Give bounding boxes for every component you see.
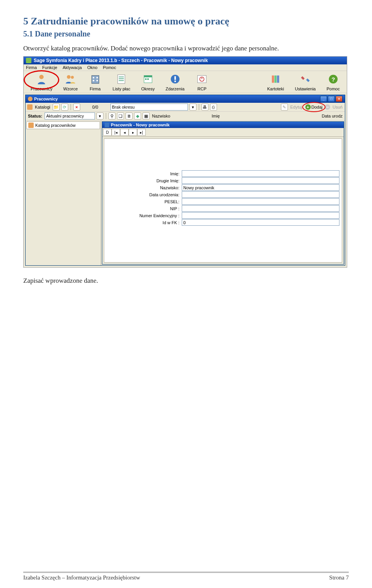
toolbar-label: Pracownicy	[31, 86, 52, 91]
minimize-button[interactable]: _	[320, 96, 327, 102]
menu-okno[interactable]: Okno	[87, 65, 97, 70]
nip-label: NIP :	[104, 206, 182, 211]
nav-first-button[interactable]: |◂	[112, 129, 120, 136]
app-icon	[26, 58, 31, 63]
pracownicy-body: Katalog pracowników Pracownik - Nowy pra…	[26, 121, 345, 265]
form-icon	[105, 123, 109, 127]
pesel-input[interactable]	[182, 198, 339, 205]
data-urodzenia-input[interactable]	[182, 191, 339, 198]
svg-text:?: ?	[331, 76, 335, 83]
export-icon[interactable]: ⎙	[210, 104, 217, 111]
imie-input[interactable]	[182, 170, 339, 177]
window-title: Sage Symfonia Kadry i Płace 2013.1.b - S…	[34, 58, 208, 63]
svg-rect-18	[174, 81, 176, 82]
page-footer: Izabela Szczęch – Informatyzacja Przedsi…	[23, 572, 349, 581]
toolbar-rcp[interactable]: RCP	[190, 72, 214, 92]
nazwisko-header: Nazwisko	[151, 114, 209, 118]
menu-pomoc[interactable]: Pomoc	[103, 65, 116, 70]
building-icon	[89, 73, 102, 86]
katalogi-label[interactable]: Katalogi	[34, 105, 51, 109]
doc-icon[interactable]: 🗎	[126, 112, 133, 119]
svg-rect-13	[144, 76, 152, 78]
pesel-label: PESEL:	[104, 199, 182, 204]
toolbar-label: Wzorce	[63, 86, 78, 91]
drugie-imie-input[interactable]	[182, 177, 339, 184]
edytuj-label[interactable]: Edytuj	[289, 105, 303, 109]
toolbar-label: Zdarzenia	[165, 86, 184, 91]
toolbar-zdarzenia[interactable]: Zdarzenia	[160, 72, 190, 92]
people-icon	[64, 73, 77, 86]
filter-icon[interactable]: ⚲	[108, 112, 115, 119]
imie-header: Imię	[211, 114, 269, 118]
green-icon[interactable]: ◆	[134, 112, 141, 119]
footer-right: Strona 7	[329, 574, 349, 581]
imie-label: Imię:	[104, 171, 182, 176]
form-nav-strip: D |◂ ◂ ▸ ▸|	[102, 128, 344, 137]
people-small-icon	[28, 97, 33, 101]
svg-point-0	[40, 75, 44, 79]
close-button[interactable]: ×	[336, 96, 343, 102]
pracownicy-toolstrip-1: Katalogi 📁 ⟳ × 0/0 ▾ 🖶 ⎙ ✎ Edytuj + Doda…	[26, 103, 345, 112]
menu-funkcje[interactable]: Funkcje	[42, 65, 57, 70]
delete-x-icon[interactable]: ×	[73, 104, 80, 111]
pracownik-form-window: Pracownik - Nowy pracownik D |◂ ◂ ▸ ▸| I…	[102, 121, 344, 265]
svg-rect-23	[274, 76, 277, 83]
id-fk-label: Id w FK :	[104, 220, 182, 225]
paragraph-2: Zapisać wprowadzone dane.	[23, 277, 349, 285]
toolbar-kartoteki[interactable]: Kartoteki	[262, 72, 289, 92]
menu-firma[interactable]: Firma	[26, 65, 37, 70]
print-icon[interactable]: 🖶	[202, 104, 208, 111]
toolbar-listy-plac[interactable]: Listy płac	[107, 72, 136, 92]
dodaj-label: Dodaj	[312, 105, 323, 109]
svg-point-1	[67, 75, 71, 79]
toolbar-okresy[interactable]: Okresy	[136, 72, 160, 92]
page-icon[interactable]: ❏	[117, 112, 124, 119]
dataurodz-header: Data urodz	[321, 114, 343, 118]
toolbar-pomoc[interactable]: ? Pomoc	[321, 72, 345, 92]
heading-5: 5 Zatrudnianie pracowników na umowę o pr…	[23, 16, 349, 27]
dropdown-icon[interactable]: ▾	[189, 104, 196, 111]
pracownicy-title: Pracownicy	[34, 97, 58, 101]
okres-input[interactable]	[110, 104, 188, 111]
footer-left: Izabela Szczęch – Informatyzacja Przedsi…	[23, 574, 140, 581]
form-area: Imię: Drugie Imię: Nazwisko: Data urodze…	[104, 138, 342, 263]
nazwisko-label: Nazwisko:	[104, 185, 182, 190]
nav-last-button[interactable]: ▸|	[137, 129, 146, 136]
usun-label[interactable]: Usuń	[332, 105, 343, 109]
toolbar-pracownicy[interactable]: Pracownicy	[25, 72, 58, 92]
pracownicy-toolstrip-2: Status: ▾ ⚲ ❏ 🗎 ◆ ▦ Nazwisko Imię Data u…	[26, 112, 345, 121]
nav-d-button[interactable]: D	[103, 129, 112, 136]
nip-input[interactable]	[182, 205, 339, 212]
toolbar-label: Ustawienia	[295, 86, 316, 91]
svg-rect-22	[272, 76, 274, 83]
app-window: Sage Symfonia Kadry i Płace 2013.1.b - S…	[23, 56, 347, 268]
svg-rect-24	[277, 76, 279, 83]
grid-icon[interactable]: ▦	[143, 112, 150, 119]
svg-rect-3	[91, 76, 99, 84]
toolbar-firma[interactable]: Firma	[83, 72, 107, 92]
minus-icon[interactable]: −	[325, 104, 330, 110]
maximize-button[interactable]: □	[328, 96, 335, 102]
clock-icon	[195, 73, 208, 86]
tree-root-button[interactable]: Katalog pracowników	[26, 121, 100, 129]
numer-ewidencyjny-input[interactable]	[182, 212, 339, 219]
folder-icon[interactable]: 📁	[53, 104, 60, 111]
toolbar-wzorce[interactable]: Wzorce	[58, 72, 83, 92]
status-input[interactable]	[45, 112, 95, 119]
menu-aktywacja[interactable]: Aktywacja	[63, 65, 82, 70]
svg-rect-17	[174, 76, 176, 80]
drugie-imie-label: Drugie Imię:	[104, 178, 182, 183]
pracownicy-window: Pracownicy _ □ × Katalogi 📁 ⟳ × 0/0 ▾ 🖶 …	[25, 95, 345, 266]
toolbar-ustawienia[interactable]: Ustawienia	[289, 72, 321, 92]
pracownik-form-titlebar: Pracownik - Nowy pracownik	[102, 122, 344, 128]
id-fk-input[interactable]	[182, 219, 339, 226]
nav-prev-button[interactable]: ◂	[120, 129, 129, 136]
dodaj-button[interactable]: + Dodaj	[305, 104, 324, 110]
edit-pencil-icon[interactable]: ✎	[281, 104, 288, 111]
refresh-icon[interactable]: ⟳	[61, 104, 68, 111]
toolbar-label: Kartoteki	[267, 86, 284, 91]
status-dropdown-icon[interactable]: ▾	[96, 112, 103, 119]
nazwisko-input[interactable]	[182, 184, 339, 191]
nav-next-button[interactable]: ▸	[129, 129, 137, 136]
person-icon	[35, 73, 48, 86]
